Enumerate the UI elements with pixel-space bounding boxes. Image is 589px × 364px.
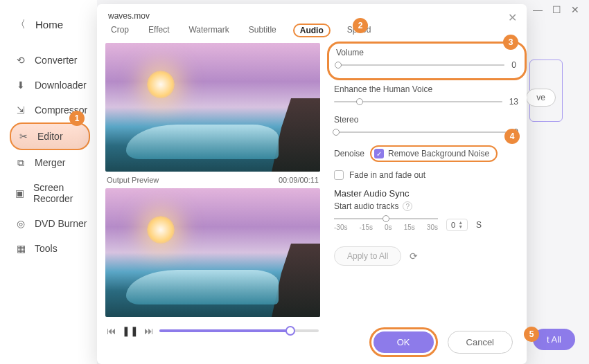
dialog-close-icon[interactable]: ✕ [508, 11, 517, 24]
sidebar-item-merger[interactable]: ⧉ Merger [0, 150, 97, 175]
denoise-highlight: ✓ Remove Background Noise [370, 145, 498, 162]
sync-heading: Master Audio Sync [334, 188, 518, 199]
fade-label: Fade in and fade out [349, 170, 425, 180]
sidebar-item-label: Screen Recorder [33, 182, 97, 204]
compressor-icon: ⇲ [15, 104, 26, 116]
volume-value: 0 [511, 60, 516, 70]
preview-column: Output Preview 00:09/00:11 ⏮ ❚❚ ⏭ [105, 43, 320, 342]
sidebar-item-label: DVD Burner [35, 218, 87, 229]
tick-label: 15s [404, 224, 415, 231]
ok-highlight: OK [369, 327, 438, 357]
preview-original [105, 43, 320, 172]
disc-icon: ◎ [15, 218, 26, 229]
ok-button[interactable]: OK [373, 331, 434, 353]
minimize-icon[interactable]: — [533, 4, 543, 15]
sync-unit: S [476, 220, 482, 230]
annotation-badge-2: 2 [353, 18, 368, 33]
prev-frame-icon[interactable]: ⏮ [107, 325, 116, 336]
stereo-slider[interactable] [334, 131, 507, 133]
sidebar-item-editor[interactable]: ✂ Editor [10, 122, 90, 150]
home-label: Home [35, 19, 63, 30]
sync-stepper[interactable]: 0 ▲▼ [446, 219, 468, 231]
sidebar-item-label: Converter [35, 55, 77, 66]
stepper-down-icon[interactable]: ▼ [458, 225, 463, 229]
grid-icon: ▦ [15, 243, 26, 254]
sidebar-item-label: Downloader [35, 80, 87, 91]
audio-settings-panel: Volume 0 Enhance the Human Voice 13 Ster… [334, 43, 518, 342]
sidebar-item-converter[interactable]: ⟲ Converter [0, 48, 97, 73]
editor-dialog: ✕ waves.mov Crop Effect Watermark Subtit… [97, 4, 527, 364]
tick-label: -15s [360, 224, 373, 231]
apply-to-all-button[interactable]: Apply to All [334, 246, 401, 266]
preview-output [105, 188, 320, 317]
tick-label: 0s [385, 224, 392, 231]
next-frame-icon[interactable]: ⏭ [144, 325, 154, 336]
volume-slider[interactable] [336, 64, 504, 66]
annotation-badge-3: 3 [503, 35, 518, 50]
scissors-icon: ✂ [18, 131, 29, 142]
tab-watermark[interactable]: Watermark [186, 24, 231, 37]
tab-subtitle[interactable]: Subtitle [246, 24, 279, 37]
enhance-label: Enhance the Human Voice [334, 84, 432, 94]
editor-tabs: Crop Effect Watermark Subtitle Audio Spe… [97, 24, 527, 43]
sidebar-item-screen-recorder[interactable]: ▣ Screen Recorder [0, 175, 97, 211]
sidebar: 〈 Home ⟲ Converter ⬇ Downloader ⇲ Compre… [0, 0, 97, 364]
sidebar-item-label: Tools [35, 243, 58, 254]
player-controls: ⏮ ❚❚ ⏭ [105, 320, 320, 342]
annotation-badge-1: 1 [69, 111, 85, 126]
volume-label: Volume [336, 48, 364, 57]
playback-slider[interactable] [159, 329, 319, 332]
annotation-badge-4: 4 [504, 129, 520, 144]
enhance-value: 13 [509, 97, 518, 107]
denoise-checkbox[interactable]: ✓ [374, 149, 384, 158]
info-icon[interactable]: ? [403, 201, 412, 211]
sidebar-item-label: Merger [35, 157, 65, 168]
enhance-slider[interactable] [334, 101, 502, 102]
tab-crop[interactable]: Crop [108, 24, 132, 37]
sidebar-item-label: Editor [37, 131, 63, 142]
sync-value: 0 [451, 221, 455, 229]
home-nav[interactable]: 〈 Home [0, 12, 97, 48]
annotation-badge-5: 5 [524, 327, 539, 342]
stereo-label: Stereo [334, 115, 358, 125]
fade-checkbox[interactable] [334, 170, 344, 180]
back-chevron-icon: 〈 [15, 18, 26, 31]
bg-save-button-fragment: ve [526, 89, 556, 107]
denoise-option-label: Remove Background Noise [388, 149, 489, 158]
cancel-button[interactable]: Cancel [448, 331, 513, 354]
tab-effect[interactable]: Effect [146, 24, 172, 37]
merger-icon: ⧉ [15, 157, 26, 168]
reset-icon[interactable]: ⟳ [410, 251, 418, 262]
dialog-filename: waves.mov [97, 4, 527, 24]
download-icon: ⬇ [15, 80, 26, 91]
recorder-icon: ▣ [15, 188, 25, 199]
sidebar-item-tools[interactable]: ▦ Tools [0, 236, 97, 261]
window-controls: — ☐ ✕ [527, 0, 589, 19]
sync-sub-label: Start audio tracks [334, 201, 398, 211]
sync-slider[interactable] [334, 218, 438, 219]
preview-timecode: 00:09/00:11 [279, 176, 319, 184]
volume-highlight: Volume 0 [327, 42, 527, 80]
bg-action-button-fragment: t All [533, 329, 575, 350]
tick-label: 30s [427, 224, 438, 231]
close-icon[interactable]: ✕ [571, 4, 579, 15]
preview-label: Output Preview [107, 176, 159, 184]
sidebar-item-dvd-burner[interactable]: ◎ DVD Burner [0, 211, 97, 236]
maximize-icon[interactable]: ☐ [552, 4, 561, 15]
sidebar-item-downloader[interactable]: ⬇ Downloader [0, 73, 97, 98]
tick-label: -30s [334, 224, 347, 231]
denoise-label: Denoise [334, 149, 364, 158]
pause-icon[interactable]: ❚❚ [122, 325, 139, 336]
dialog-footer: OK Cancel [369, 327, 513, 357]
converter-icon: ⟲ [15, 55, 26, 66]
tab-audio[interactable]: Audio [293, 24, 331, 37]
